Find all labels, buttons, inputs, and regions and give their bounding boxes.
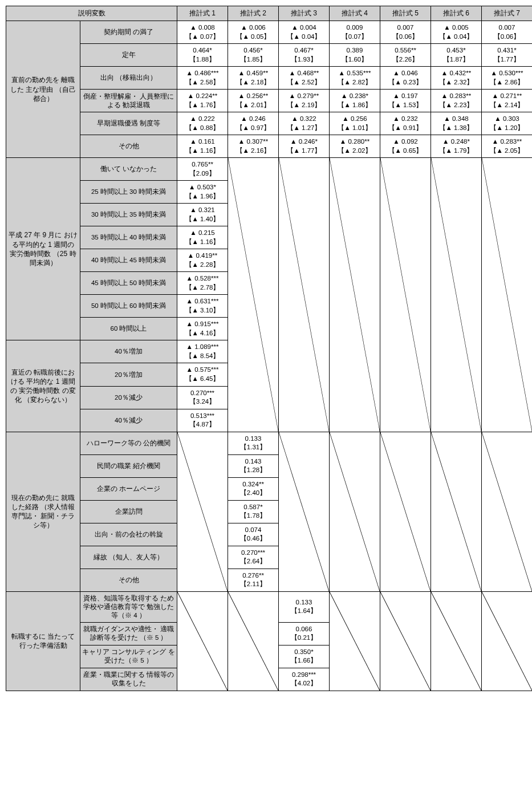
cell: ▲ 0.535*** 【▲ 2.82】: [330, 67, 380, 90]
cell: ▲ 0.238* 【▲ 1.86】: [330, 90, 380, 112]
row-label: 就職ガイダンスや適性・ 適職診断等を受けた （※ 5 ）: [80, 622, 177, 645]
row-label: 出向・前の会社の斡旋: [80, 523, 177, 546]
svg-line-8: [330, 432, 380, 591]
cell: ▲ 0.283** 【▲ 2.05】: [482, 135, 533, 158]
table-row: 転職するに 当たって 行った準備活動 資格、知識等を取得する ため学校や通信教育…: [6, 591, 533, 622]
cell: ▲ 0.008 【▲ 0.07】: [177, 21, 228, 44]
cell: ▲ 0.575*** 【▲ 6.45】: [177, 363, 228, 386]
diag-cell: [177, 432, 228, 591]
svg-line-2: [330, 158, 380, 431]
cell: ▲ 0.528*** 【▲ 2.78】: [177, 272, 228, 295]
row-label: 30 時間以上 35 時間未満: [80, 204, 177, 226]
cell: 0.298*** 【4.02】: [279, 668, 330, 691]
svg-line-12: [177, 592, 228, 691]
diag-cell: [330, 158, 380, 432]
row-label: 契約期間 の満了: [80, 21, 177, 44]
cell: ▲ 0.248* 【▲ 1.79】: [431, 135, 482, 158]
diag-cell: [279, 158, 330, 432]
cell: 0.276** 【2.11】: [228, 569, 279, 591]
cell: ▲ 0.005 【▲ 0.04】: [431, 21, 482, 44]
cell: ▲ 0.256** 【▲ 2.01】: [228, 90, 279, 112]
header-col-3: 推計式 3: [279, 6, 330, 21]
svg-line-6: [177, 432, 228, 591]
diag-cell: [177, 591, 228, 691]
regression-table: 説明変数 推計式 1 推計式 2 推計式 3 推計式 4 推計式 5 推計式 6…: [6, 6, 532, 691]
diag-cell: [380, 432, 431, 591]
row-label: 企業の ホームページ: [80, 477, 177, 500]
cell: ▲ 0.307** 【▲ 2.16】: [228, 135, 279, 158]
svg-line-14: [330, 592, 380, 691]
row-label: 企業訪問: [80, 500, 177, 523]
table-row: 現在の勤め先に 就職した経路 （求人情報専門誌・ 新聞・チラシ等） ハローワーク…: [6, 432, 533, 454]
row-label: 民間の職業 紹介機関: [80, 454, 177, 477]
diag-cell: [380, 158, 431, 432]
row-label: 60 時間以上: [80, 318, 177, 340]
cell: 0.587* 【1.78】: [228, 500, 279, 523]
diag-cell: [380, 591, 431, 691]
diag-cell: [330, 432, 380, 591]
cell: ▲ 0.271** 【▲ 2.14】: [482, 90, 533, 112]
cell: ▲ 0.232 【▲ 0.91】: [380, 112, 431, 135]
diag-cell: [482, 432, 533, 591]
cell: ▲ 0.303 【▲ 1.20】: [482, 112, 533, 135]
diag-cell: [431, 591, 482, 691]
diag-cell: [228, 158, 279, 432]
header-col-7: 推計式 7: [482, 6, 533, 21]
header-col-4: 推計式 4: [330, 6, 380, 21]
block4-title: 現在の勤め先に 就職した経路 （求人情報専門誌・ 新聞・チラシ等）: [6, 432, 80, 591]
cell: ▲ 0.215 【▲ 1.16】: [177, 226, 228, 249]
row-label: 倒産・整理解雇・ 人員整理による 勧奨退職: [80, 90, 177, 112]
cell: ▲ 0.432** 【▲ 2.32】: [431, 67, 482, 90]
header-col-2: 推計式 2: [228, 6, 279, 21]
row-label: 資格、知識等を取得する ため学校や通信教育等で 勉強した等（※ 4 ）: [80, 591, 177, 622]
cell: ▲ 0.006 【▲ 0.05】: [228, 21, 279, 44]
cell: 0.009 【0.07】: [330, 21, 380, 44]
cell: ▲ 0.322 【▲ 1.27】: [279, 112, 330, 135]
cell: ▲ 0.161 【▲ 1.16】: [177, 135, 228, 158]
svg-line-0: [228, 158, 278, 431]
cell: ▲ 0.197 【▲ 1.53】: [380, 90, 431, 112]
cell: ▲ 0.092 【▲ 0.65】: [380, 135, 431, 158]
cell: ▲ 0.256 【▲ 1.01】: [330, 112, 380, 135]
cell: ▲ 0.419** 【▲ 2.28】: [177, 249, 228, 272]
cell: ▲ 0.321 【▲ 1.40】: [177, 204, 228, 226]
header-row: 説明変数 推計式 1 推計式 2 推計式 3 推計式 4 推計式 5 推計式 6…: [6, 6, 533, 21]
cell: ▲ 0.222 【▲ 0.88】: [177, 112, 228, 135]
header-col-6: 推計式 6: [431, 6, 482, 21]
svg-line-16: [431, 592, 481, 691]
header-explanatory: 説明変数: [6, 6, 177, 21]
svg-line-13: [228, 592, 278, 691]
cell: 0.389 【1.60】: [330, 44, 380, 67]
cell: 0.270*** 【3.24】: [177, 386, 228, 409]
cell: ▲ 0.246* 【▲ 1.77】: [279, 135, 330, 158]
cell: 0.143 【1.28】: [228, 454, 279, 477]
table-row: 早期退職優遇 制度等 ▲ 0.222 【▲ 0.88】 ▲ 0.246 【▲ 0…: [6, 112, 533, 135]
cell: ▲ 0.246 【▲ 0.97】: [228, 112, 279, 135]
cell: 0.453* 【1.87】: [431, 44, 482, 67]
header-col-5: 推計式 5: [380, 6, 431, 21]
cell: 0.350* 【1.66】: [279, 645, 330, 668]
row-label: 縁故 （知人、友人等）: [80, 546, 177, 569]
cell: ▲ 0.530*** 【▲ 2.86】: [482, 67, 533, 90]
table-row: 定年 0.464* 【1.88】 0.456* 【1.85】 0.467* 【1…: [6, 44, 533, 67]
row-label: 産業・職業に関する 情報等の収集をした: [80, 668, 177, 691]
block1-title: 直前の勤め先を 離職した 主な理由 （自己都合）: [6, 21, 80, 158]
cell: 0.007 【0.06】: [380, 21, 431, 44]
svg-line-1: [279, 158, 329, 431]
cell: 0.556** 【2.26】: [380, 44, 431, 67]
cell: ▲ 0.348 【▲ 1.38】: [431, 112, 482, 135]
cell: ▲ 0.283** 【▲ 2.23】: [431, 90, 482, 112]
cell: 0.431* 【1.77】: [482, 44, 533, 67]
svg-line-17: [482, 592, 532, 691]
table-row: 出向 （移籍出向） ▲ 0.486*** 【▲ 2.58】 ▲ 0.459** …: [6, 67, 533, 90]
svg-line-10: [431, 432, 481, 591]
table-row: 直前の勤め先を 離職した 主な理由 （自己都合） 契約期間 の満了 ▲ 0.00…: [6, 21, 533, 44]
cell: 0.467* 【1.93】: [279, 44, 330, 67]
row-label: 35 時間以上 40 時間未満: [80, 226, 177, 249]
diag-cell: [431, 158, 482, 432]
svg-line-3: [380, 158, 431, 431]
row-label: ハローワーク等の 公的機関: [80, 432, 177, 454]
cell: ▲ 0.459** 【▲ 2.18】: [228, 67, 279, 90]
svg-line-15: [380, 592, 431, 691]
cell: 0.270*** 【2.64】: [228, 546, 279, 569]
